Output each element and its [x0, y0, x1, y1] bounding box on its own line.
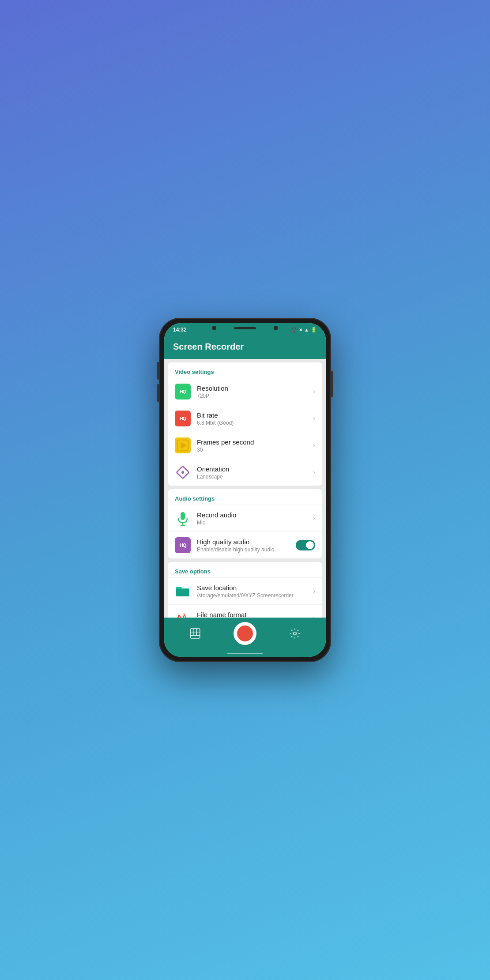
high-quality-audio-label: High quality audio — [197, 538, 296, 546]
bitrate-label: Bit rate — [197, 411, 313, 419]
orientation-chevron: › — [313, 468, 315, 476]
fps-icon — [175, 437, 191, 453]
high-quality-audio-value: Enable/disable high quality audio — [197, 547, 296, 553]
network-icon: ▲ — [304, 327, 309, 332]
record-button[interactable] — [234, 622, 256, 645]
gallery-nav-button[interactable] — [189, 628, 201, 639]
save-location-text: Save location /storage/emulated/0/XYZ Sc… — [197, 584, 313, 599]
signal-icon: ✕ — [299, 328, 302, 332]
status-icons: 🎧 ✕ ▲ 🔋 — [291, 327, 317, 333]
phone-camera — [212, 326, 278, 330]
svg-rect-4 — [181, 512, 185, 520]
record-audio-value: Mic — [197, 520, 313, 526]
fps-value: 30 — [197, 447, 313, 453]
bitrate-value: 6.8 Mbit (Good) — [197, 420, 313, 426]
video-settings-card: Video settings HQ Resolution 720P › HQ B… — [168, 362, 322, 486]
save-location-label: Save location — [197, 584, 313, 592]
speaker — [234, 327, 256, 329]
save-options-card: Save options Save location /storage/emul… — [168, 562, 322, 618]
record-audio-label: Record audio — [197, 511, 313, 519]
resolution-setting[interactable]: HQ Resolution 720P › — [168, 378, 322, 405]
video-settings-title: Video settings — [168, 362, 322, 378]
file-name-format-chevron: › — [313, 614, 315, 618]
fps-label: Frames per second — [197, 438, 313, 446]
home-indicator — [164, 651, 326, 657]
settings-nav-button[interactable] — [289, 628, 301, 639]
camera-right — [274, 326, 278, 330]
save-location-value: /storage/emulated/0/XYZ Screenrecorder — [197, 592, 313, 599]
file-name-format-label: File name format — [197, 611, 313, 618]
orientation-text: Orientation Landscape — [197, 465, 313, 480]
record-audio-text: Record audio Mic — [197, 511, 313, 526]
orientation-setting[interactable]: Orientation Landscape › — [168, 459, 322, 486]
high-quality-audio-setting[interactable]: HQ High quality audio Enable/disable hig… — [168, 531, 322, 558]
toggle-thumb — [306, 541, 314, 549]
svg-text:Ā: Ā — [182, 613, 187, 618]
svg-point-14 — [294, 632, 297, 635]
resolution-chevron: › — [313, 388, 315, 396]
audio-settings-title: Audio settings — [168, 489, 322, 505]
save-location-setting[interactable]: Save location /storage/emulated/0/XYZ Sc… — [168, 577, 322, 604]
save-options-title: Save options — [168, 562, 322, 577]
home-line — [227, 653, 263, 654]
time-display: 14:32 — [173, 327, 187, 333]
app-title: Screen Recorder — [173, 342, 244, 351]
resolution-text: Resolution 720P — [197, 384, 313, 399]
orientation-label: Orientation — [197, 465, 313, 473]
battery-icon: 🔋 — [311, 327, 317, 333]
folder-icon — [175, 583, 191, 599]
record-audio-chevron: › — [313, 514, 315, 522]
fps-text: Frames per second 30 — [197, 438, 313, 453]
phone-frame: 14:32 🎧 ✕ ▲ 🔋 Screen Recorder Video sett… — [159, 318, 331, 662]
high-quality-audio-text: High quality audio Enable/disable high q… — [197, 538, 296, 553]
svg-rect-9 — [190, 629, 200, 638]
fps-chevron: › — [313, 441, 315, 449]
main-content[interactable]: Video settings HQ Resolution 720P › HQ B… — [164, 359, 326, 618]
fps-setting[interactable]: Frames per second 30 › — [168, 432, 322, 459]
bitrate-setting[interactable]: HQ Bit rate 6.8 Mbit (Good) › — [168, 405, 322, 432]
bitrate-chevron: › — [313, 415, 315, 422]
mic-icon — [175, 510, 191, 526]
resolution-value: 720P — [197, 393, 313, 399]
phone-screen: 14:32 🎧 ✕ ▲ 🔋 Screen Recorder Video sett… — [164, 323, 326, 657]
bitrate-icon: HQ — [175, 411, 191, 426]
bitrate-text: Bit rate 6.8 Mbit (Good) — [197, 411, 313, 426]
save-location-chevron: › — [313, 587, 315, 595]
file-name-format-setting[interactable]: A Ā File name format recording_yyyyMMdd_… — [168, 604, 322, 618]
headphone-icon: 🎧 — [291, 327, 297, 333]
record-button-inner — [237, 626, 253, 641]
high-quality-audio-toggle[interactable] — [296, 540, 315, 550]
orientation-value: Landscape — [197, 474, 313, 480]
svg-point-3 — [181, 471, 184, 474]
file-name-format-text: File name format recording_yyyyMMdd_hhmm… — [197, 611, 313, 618]
bottom-nav — [164, 618, 326, 651]
orientation-icon — [175, 464, 191, 480]
app-bar: Screen Recorder — [164, 335, 326, 359]
high-quality-audio-icon: HQ — [175, 537, 191, 553]
resolution-icon: HQ — [175, 384, 191, 400]
camera-left — [212, 326, 216, 330]
file-name-icon: A Ā — [175, 610, 191, 618]
resolution-label: Resolution — [197, 384, 313, 392]
audio-settings-card: Audio settings Record audio Mic — [168, 489, 322, 558]
record-audio-setting[interactable]: Record audio Mic › — [168, 505, 322, 531]
